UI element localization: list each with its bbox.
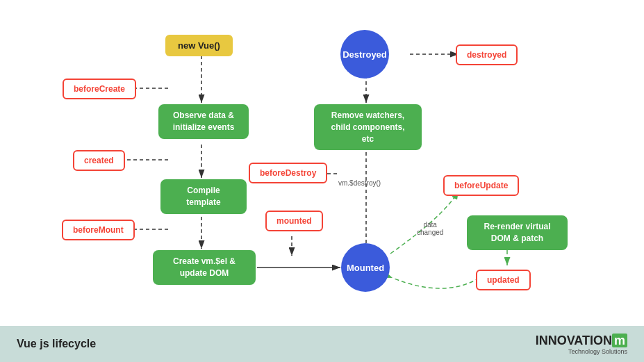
rerender-node: Re-render virtualDOM & patch <box>467 215 568 250</box>
before-create-node: beforeCreate <box>63 79 136 99</box>
before-destroy-node: beforeDestroy <box>249 163 327 183</box>
destroyed-circle-label: Destroyed <box>340 30 389 79</box>
updated-label: updated <box>476 270 531 290</box>
create-vm-node: Create vm.$el &update DOM <box>153 250 256 285</box>
mounted-circle-label: Mounted <box>341 243 390 292</box>
create-vm-label: Create vm.$el &update DOM <box>153 250 256 285</box>
destroyed-hook-node: destroyed <box>456 44 518 65</box>
before-update-node: beforeUpdate <box>443 175 519 196</box>
new-vue-node: new Vue() <box>165 35 233 56</box>
before-destroy-label: beforeDestroy <box>249 163 327 183</box>
destroyed-circle-node: Destroyed <box>340 30 389 79</box>
logo-m: m <box>612 334 627 347</box>
updated-node: updated <box>476 270 531 290</box>
destroyed-hook-label: destroyed <box>456 44 518 65</box>
diagram-area: new Vue() beforeCreate Observe data &ini… <box>0 0 644 326</box>
compile-template-node: Compile template <box>160 179 247 214</box>
data-changed-label: datachanged <box>417 221 443 236</box>
logo-innovation: INNOVATION <box>536 334 612 347</box>
remove-watchers-node: Remove watchers,child components, etc <box>314 104 422 150</box>
compile-template-label: Compile template <box>160 179 247 214</box>
remove-watchers-label: Remove watchers,child components, etc <box>314 104 422 150</box>
vm-destroy-label: vm.$destroy() <box>338 179 381 187</box>
logo-sub: Technology Solutions <box>536 348 627 355</box>
main-container: new Vue() beforeCreate Observe data &ini… <box>0 0 644 362</box>
mounted-circle-node: Mounted <box>341 243 390 292</box>
before-mount-label: beforeMount <box>62 220 135 240</box>
observe-data-label: Observe data &initialize events <box>158 104 249 139</box>
before-mount-node: beforeMount <box>62 220 135 240</box>
before-create-label: beforeCreate <box>63 79 136 99</box>
created-node: created <box>73 150 125 171</box>
mounted-hook-label: mounted <box>265 211 323 231</box>
new-vue-label: new Vue() <box>165 35 233 56</box>
logo-text: INNOVATIONm <box>536 334 627 348</box>
logo-container: INNOVATIONm Technology Solutions <box>536 334 627 355</box>
rerender-label: Re-render virtualDOM & patch <box>467 215 568 250</box>
observe-data-node: Observe data &initialize events <box>158 104 249 139</box>
created-label: created <box>73 150 125 171</box>
before-update-label: beforeUpdate <box>443 175 519 196</box>
mounted-hook-node: mounted <box>265 211 323 231</box>
footer-title: Vue js lifecycle <box>17 338 96 350</box>
footer: Vue js lifecycle INNOVATIONm Technology … <box>0 326 644 362</box>
